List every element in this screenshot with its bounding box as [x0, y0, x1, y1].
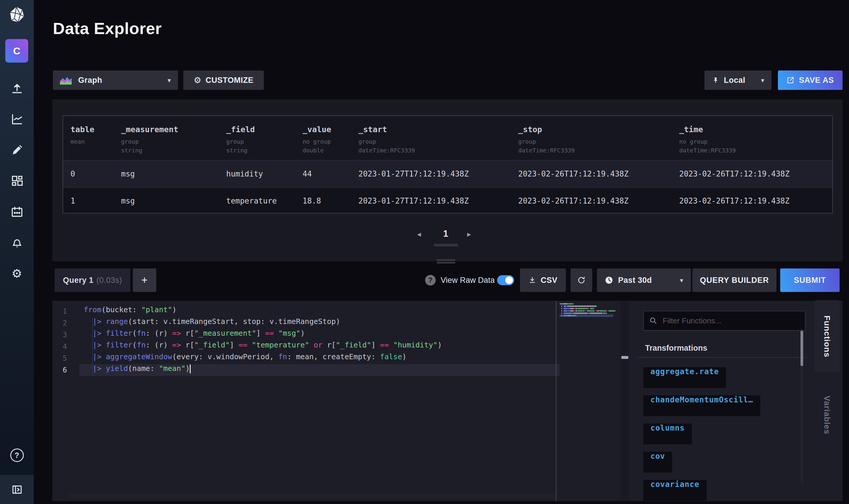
flux-editor-panel: 123456 from(bucket: "plant") |> range(st… [52, 301, 843, 501]
panel-resize-handle[interactable] [436, 259, 455, 261]
timezone-dropdown[interactable]: Local ▾ [704, 71, 772, 90]
submit-button[interactable]: SUBMIT [780, 268, 839, 292]
sidebar: C [0, 0, 34, 504]
area-chart-icon [60, 76, 72, 85]
function-pill[interactable]: cov [643, 452, 672, 472]
tab-variables-label: Variables [822, 396, 832, 434]
table-cell: msg [121, 169, 135, 178]
table-column-header: _fieldgroupstring [226, 116, 255, 154]
line-chart-icon [10, 112, 24, 126]
table-column-header: _valueno groupdouble [303, 116, 331, 154]
query-tab-label: Query 1 [63, 276, 93, 285]
influxdb-logo[interactable] [0, 0, 34, 29]
functions-scrollbar-thumb[interactable] [800, 331, 803, 366]
table-cell: 2023-02-26T17:12:19.438Z [518, 169, 629, 178]
customize-button[interactable]: ⚙ CUSTOMIZE [183, 71, 264, 90]
filter-functions-searchbox[interactable] [643, 311, 806, 331]
minimap-line [560, 303, 613, 305]
export-icon [787, 76, 795, 84]
sidebar-item-alerts[interactable] [0, 227, 34, 258]
time-range-label: Past 30d [618, 276, 652, 285]
add-query-button[interactable]: + [133, 268, 156, 292]
view-raw-data-toggle[interactable] [497, 275, 514, 285]
sidebar-expand[interactable] [0, 475, 34, 504]
question-mark-icon[interactable]: ? [425, 275, 436, 286]
code-line: |> filter(fn: (r) => r["_field"] == "tem… [79, 341, 560, 353]
filter-functions-input[interactable] [662, 316, 800, 326]
raw-data-table: tablemean_measurementgroupstring_fieldgr… [62, 115, 833, 214]
tab-functions[interactable]: Functions [814, 300, 839, 373]
code-line: |> aggregateWindow(every: v.windowPeriod… [79, 353, 560, 364]
expand-sidebar-icon [11, 483, 23, 496]
table-cell: 2023-02-26T17:12:19.438Z [518, 197, 629, 205]
editor-horizontal-scrollbar[interactable] [70, 493, 555, 498]
minimap-active-line [560, 314, 613, 317]
line-number: 4 [52, 341, 67, 353]
function-pill[interactable]: columns [643, 424, 692, 444]
code-line: |> yield(name: "mean") [79, 364, 560, 376]
line-number: 5 [52, 353, 67, 364]
view-raw-data-label: View Raw Data [441, 268, 495, 292]
table-row: 1msgtemperature18.82023-01-27T17:12:19.4… [63, 188, 832, 214]
function-list: aggregate.ratechandeMomentumOscill…colum… [643, 367, 760, 504]
save-as-label: SAVE AS [799, 76, 834, 85]
line-number: 3 [52, 329, 67, 341]
sidebar-item-dashboards[interactable] [0, 165, 34, 196]
sidebar-item-data-explorer[interactable] [0, 104, 34, 134]
sidebar-item-load-data[interactable] [0, 73, 34, 104]
table-column-header: tablemean [71, 116, 94, 147]
query-tab-duration: (0.03s) [96, 276, 122, 285]
sidebar-item-help[interactable]: ? [0, 446, 34, 464]
code-line: |> filter(fn: (r) => r["_measurement"] =… [79, 329, 560, 341]
query-tab[interactable]: Query 1 (0.03s) [55, 268, 130, 292]
table-cell: 2023-01-27T17:12:19.438Z [358, 169, 469, 178]
pane-drag-handle[interactable] [621, 356, 628, 359]
table-horizontal-scrollbar[interactable] [434, 244, 458, 247]
bell-icon [11, 236, 23, 249]
tab-variables[interactable]: Variables [814, 379, 839, 451]
function-pill[interactable]: covariance [643, 480, 706, 501]
pin-icon [712, 77, 719, 84]
clock-icon [604, 276, 613, 285]
chevron-down-icon: ▾ [761, 77, 764, 84]
pane-divider[interactable] [621, 301, 629, 501]
function-pill[interactable]: aggregate.rate [643, 367, 726, 388]
org-avatar[interactable]: C [5, 39, 28, 62]
toggle-knob [505, 276, 513, 284]
sidebar-item-notebooks[interactable] [0, 134, 34, 165]
timezone-label: Local [724, 76, 745, 85]
time-range-dropdown[interactable]: Past 30d ▾ [597, 268, 691, 292]
page-next-button[interactable]: ▸ [467, 230, 471, 238]
table-cell: 2023-02-26T17:12:19.438Z [679, 169, 790, 178]
refresh-icon [577, 276, 586, 285]
page-prev-button[interactable]: ◂ [417, 230, 421, 238]
sidebar-item-tasks[interactable] [0, 196, 34, 227]
panel-resize-handle[interactable] [436, 262, 455, 264]
help-icon: ? [10, 449, 24, 462]
sidebar-item-settings[interactable]: ⚙ [0, 258, 34, 289]
visualization-type-dropdown[interactable]: Graph ▾ [53, 71, 178, 90]
line-number: 1 [52, 305, 67, 317]
data-explorer-page: C [0, 0, 849, 504]
calendar-icon [10, 205, 24, 218]
save-as-button[interactable]: SAVE AS [778, 71, 843, 90]
table-cell: 2023-01-27T17:12:19.438Z [358, 197, 469, 205]
minimap-line [560, 305, 613, 307]
table-column-header: _measurementgroupstring [121, 116, 178, 154]
query-builder-button[interactable]: QUERY BUILDER [692, 268, 776, 292]
function-pill[interactable]: chandeMomentumOscill… [643, 395, 760, 416]
table-cell: temperature [226, 197, 277, 205]
editor-minimap[interactable] [560, 303, 613, 322]
dashboards-icon [11, 175, 23, 187]
chevron-down-icon: ▾ [167, 77, 171, 84]
table-cell: 2023-02-26T17:12:19.438Z [679, 197, 790, 205]
page-title: Data Explorer [53, 19, 162, 38]
table-cell: 44 [303, 169, 312, 178]
refresh-button[interactable] [571, 268, 592, 292]
csv-download-button[interactable]: CSV [520, 268, 566, 292]
minimap-line [560, 310, 613, 312]
editor-divider [556, 301, 556, 501]
chevron-down-icon: ▾ [680, 277, 683, 284]
download-icon [528, 276, 537, 284]
table-column-header: _timeno groupdateTime:RFC3339 [679, 116, 736, 154]
